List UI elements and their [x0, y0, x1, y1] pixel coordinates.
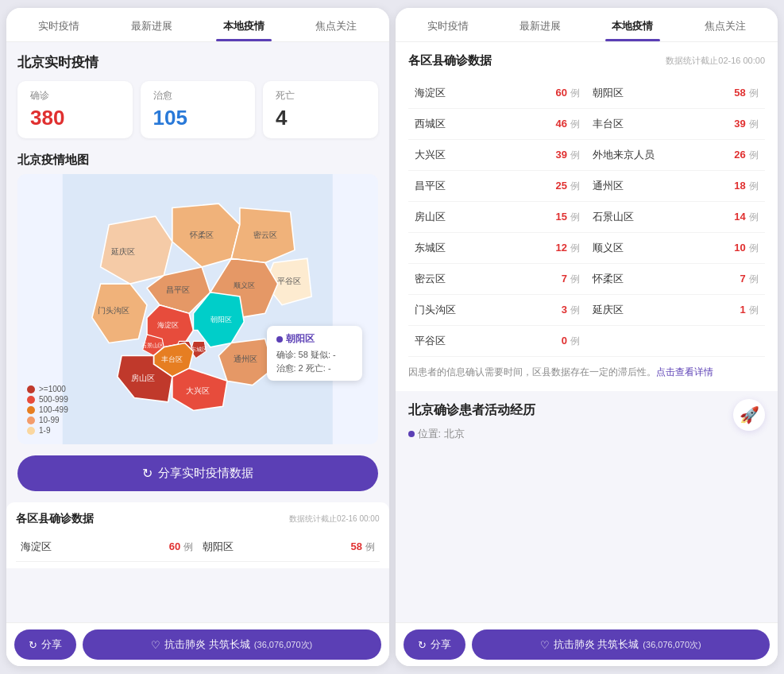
- dds-empty: [586, 326, 765, 356]
- dds-row-6: 密云区 7 例 怀柔区 7 例: [408, 264, 766, 295]
- svg-text:平谷区: 平谷区: [277, 277, 301, 285]
- nav-tabs-2: 实时疫情 最新进展 本地疫情 焦点关注: [396, 8, 778, 42]
- dds-note: 因患者的信息确认需要时间，区县数据存在一定的滞后性。点击查看详情: [408, 357, 766, 391]
- dds-waidi-count: 26 例: [734, 149, 759, 162]
- bottom-share-button[interactable]: ↻ 分享: [14, 629, 76, 660]
- district-bottom-haidian: 海淀区 60 例: [16, 533, 198, 561]
- bottom-fight-button[interactable]: ♡ 抗击肺炎 共筑长城 (36,076,070次): [83, 629, 381, 660]
- dds-table: 海淀区 60 例 朝阳区 58 例 西城区 46 例: [408, 78, 766, 357]
- fight-count: (36,076,070次): [254, 639, 312, 651]
- dds-miyun: 密云区 7 例: [408, 264, 587, 294]
- bottom-share-label: 分享: [41, 637, 62, 652]
- stat-recovered-value: 105: [153, 106, 243, 130]
- dds-dongcheng-name: 东城区: [415, 241, 446, 255]
- dds-chaoyang-name: 朝阳区: [593, 86, 624, 100]
- phones-wrapper: 实时疫情 最新进展 本地疫情 焦点关注 北京实时疫情 确诊 380 治愈 105…: [0, 0, 784, 674]
- chaoyang-count: 58 例: [350, 540, 374, 554]
- fight-label: 抗击肺炎 共筑长城: [164, 637, 250, 652]
- tooltip-dot: [276, 336, 283, 343]
- patient-title: 北京确诊患者活动经历: [408, 402, 766, 419]
- phone-2: 实时疫情 最新进展 本地疫情 焦点关注 各区县确诊数据 数据统计截止02-16 …: [396, 8, 778, 666]
- phone1-bottom-bar: ↻ 分享 ♡ 抗击肺炎 共筑长城 (36,076,070次): [6, 622, 389, 666]
- legend-10: 10-99: [27, 416, 68, 424]
- tab-focus-2[interactable]: 焦点关注: [679, 8, 771, 41]
- dds-header: 各区县确诊数据 数据统计截止02-16 00:00: [408, 53, 766, 68]
- dds-haidian-name: 海淀区: [415, 86, 446, 100]
- map-svg: 延庆区 怀柔区 密云区 平谷区 昌平区 门头沟区: [17, 174, 378, 444]
- phone2-bottom-share-button[interactable]: ↻ 分享: [404, 629, 465, 660]
- dds-yanqing-count: 1 例: [740, 304, 759, 317]
- stat-recovered-label: 治愈: [153, 89, 243, 103]
- svg-text:怀柔区: 怀柔区: [189, 230, 214, 239]
- dds-yanqing: 延庆区 1 例: [586, 295, 765, 325]
- svg-text:通州区: 通州区: [234, 354, 257, 363]
- dds-chaoyang-count: 58 例: [734, 87, 759, 100]
- share-realtime-button[interactable]: ↻ 分享实时疫情数据: [17, 455, 378, 491]
- dds-shijingshan: 石景山区 14 例: [586, 202, 765, 232]
- tab-latest-1[interactable]: 最新进展: [105, 8, 197, 41]
- dds-note-link[interactable]: 点击查看详情: [656, 366, 713, 378]
- beijing-realtime-title: 北京实时疫情: [17, 53, 378, 72]
- haidian-name: 海淀区: [21, 540, 52, 554]
- svg-text:门头沟区: 门头沟区: [98, 306, 129, 315]
- dds-fengtai-count: 39 例: [734, 118, 759, 131]
- dds-pinggu: 平谷区 0 例: [408, 326, 587, 356]
- dds-fangshan-count: 15 例: [555, 211, 580, 224]
- patient-activity-section: 🚀 北京确诊患者活动经历 位置: 北京: [396, 391, 778, 622]
- dds-xicheng-count: 46 例: [555, 118, 580, 131]
- dds-changping-name: 昌平区: [415, 179, 446, 193]
- phone2-fight-button[interactable]: ♡ 抗击肺炎 共筑长城 (36,076,070次): [472, 629, 770, 660]
- phone1-content: 北京实时疫情 确诊 380 治愈 105 死亡 4 北京疫情地图: [6, 42, 389, 622]
- location-line: 位置: 北京: [408, 427, 766, 441]
- svg-text:房山区: 房山区: [131, 374, 155, 382]
- dds-miyun-name: 密云区: [415, 272, 446, 286]
- tab-local-2[interactable]: 本地疫情: [586, 8, 678, 41]
- dds-haidian-count: 60 例: [555, 87, 580, 100]
- district-bottom-date: 数据统计截止02-16 00:00: [289, 513, 379, 525]
- dds-row-7: 门头沟区 3 例 延庆区 1 例: [408, 295, 766, 326]
- stat-confirmed-label: 确诊: [30, 89, 120, 103]
- map-tooltip: 朝阳区 确诊: 58 疑似: - 治愈: 2 死亡: -: [267, 326, 362, 381]
- dds-row-1: 西城区 46 例 丰台区 39 例: [408, 109, 766, 140]
- tooltip-line2: 治愈: 2 死亡: -: [276, 362, 353, 374]
- tab-focus-1[interactable]: 焦点关注: [290, 8, 382, 41]
- district-bottom-row: 海淀区 60 例 朝阳区 58 例: [16, 533, 380, 562]
- phone2-share-label: 分享: [431, 637, 451, 652]
- legend-1000: >=1000: [27, 385, 68, 393]
- dds-shunyi-name: 顺义区: [593, 241, 624, 255]
- beijing-map[interactable]: 延庆区 怀柔区 密云区 平谷区 昌平区 门头沟区: [17, 174, 378, 444]
- dds-changping: 昌平区 25 例: [408, 171, 587, 201]
- tab-realtime-1[interactable]: 实时疫情: [13, 8, 105, 41]
- svg-text:丰台区: 丰台区: [161, 355, 183, 363]
- tab-local-1[interactable]: 本地疫情: [198, 8, 290, 41]
- dds-pinggu-count: 0 例: [562, 335, 581, 348]
- dds-row-0: 海淀区 60 例 朝阳区 58 例: [408, 78, 766, 109]
- dds-xicheng-name: 西城区: [415, 117, 446, 131]
- dds-chaoyang: 朝阳区 58 例: [586, 78, 765, 108]
- dds-dongcheng: 东城区 12 例: [408, 233, 587, 263]
- dds-row-3: 昌平区 25 例 通州区 18 例: [408, 171, 766, 202]
- dds-pinggu-name: 平谷区: [415, 334, 446, 348]
- dds-row-4: 房山区 15 例 石景山区 14 例: [408, 202, 766, 233]
- tooltip-line1: 确诊: 58 疑似: -: [276, 349, 353, 361]
- dds-fangshan: 房山区 15 例: [408, 202, 587, 232]
- district-bottom-header: 各区县确诊数据 数据统计截止02-16 00:00: [16, 512, 380, 526]
- tab-latest-2[interactable]: 最新进展: [494, 8, 586, 41]
- dds-row-2: 大兴区 39 例 外地来京人员 26 例: [408, 140, 766, 171]
- dds-haidian: 海淀区 60 例: [408, 78, 587, 108]
- dds-mentougou-name: 门头沟区: [415, 303, 456, 317]
- location-text: 位置: 北京: [418, 427, 465, 441]
- heart-icon: ♡: [151, 639, 160, 651]
- dds-waidi: 外地来京人员 26 例: [586, 140, 765, 170]
- phone2-bottom-bar: ↻ 分享 ♡ 抗击肺炎 共筑长城 (36,076,070次): [396, 622, 778, 666]
- map-title: 北京疫情地图: [17, 153, 378, 168]
- stat-death: 死亡 4: [263, 81, 378, 138]
- svg-text:顺义区: 顺义区: [234, 281, 255, 289]
- tooltip-title: 朝阳区: [276, 332, 353, 346]
- tab-realtime-2[interactable]: 实时疫情: [402, 8, 494, 41]
- dds-shijingshan-count: 14 例: [734, 211, 759, 224]
- svg-text:延庆区: 延庆区: [110, 247, 135, 256]
- dds-mentougou-count: 3 例: [562, 304, 581, 317]
- dds-daxing: 大兴区 39 例: [408, 140, 587, 170]
- stat-confirmed-value: 380: [30, 106, 120, 130]
